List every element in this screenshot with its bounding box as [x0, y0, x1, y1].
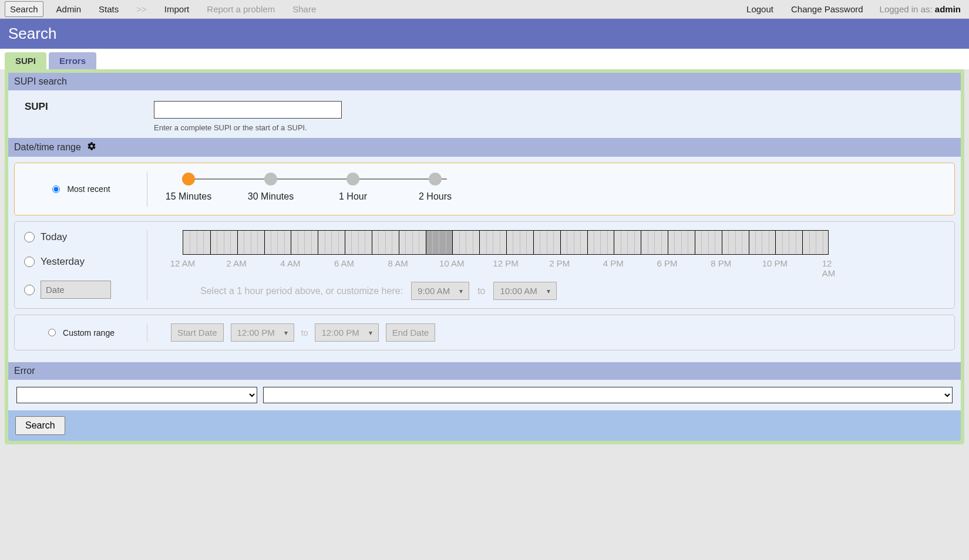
slider-node[interactable]	[346, 173, 359, 185]
error-body	[8, 380, 961, 410]
footer-bar: Search	[8, 410, 961, 441]
supi-hint: Enter a complete SUPI or the start of a …	[154, 123, 342, 132]
section-header-supi: SUPI search	[8, 73, 961, 90]
menu-item-import[interactable]: Import	[160, 2, 194, 16]
time-from-select[interactable]: 9:00 AM ▾	[411, 282, 469, 300]
menu-item--: >>	[132, 2, 152, 16]
time-to-select[interactable]: 10:00 AM ▾	[493, 282, 556, 300]
custom-start-date[interactable]: Start Date	[171, 323, 224, 342]
radio-today[interactable]	[24, 232, 35, 242]
timeline-hour-label: 2 AM	[227, 258, 247, 268]
option-most-recent: Most recent 15 Minutes30 Minutes1 Hour2 …	[14, 163, 955, 215]
slider-label: 2 Hours	[419, 191, 452, 202]
page-header: Search	[0, 19, 969, 49]
custom-to-time[interactable]: 12:00 PM ▾	[315, 323, 378, 342]
custom-label: Custom range	[63, 328, 115, 338]
page-title: Search	[8, 25, 56, 42]
supi-search-body: SUPI Enter a complete SUPI or the start …	[8, 90, 961, 138]
slider-label: 15 Minutes	[166, 191, 211, 202]
main-panel-inner: SUPI search SUPI Enter a complete SUPI o…	[8, 73, 961, 441]
timeline-hour-label: 6 AM	[334, 258, 354, 268]
to-label: to	[301, 328, 308, 338]
timeline-labels: 12 AM2 AM4 AM6 AM8 AM10 AM12 PM2 PM4 PM6…	[183, 258, 829, 271]
supi-input[interactable]	[154, 101, 342, 119]
error-select-value[interactable]	[263, 387, 953, 403]
most-recent-slider[interactable]: 15 Minutes30 Minutes1 Hour2 Hours	[171, 171, 945, 207]
main-panel: SUPI search SUPI Enter a complete SUPI o…	[5, 69, 964, 444]
chevron-down-icon: ▾	[284, 329, 288, 337]
timeline-hour-label: 12 PM	[493, 258, 518, 268]
custom-end-date[interactable]: End Date	[386, 323, 436, 342]
radio-yesterday[interactable]	[24, 257, 35, 267]
radio-date[interactable]	[24, 285, 35, 295]
option-day: Today Yesterday 12 AM2 AM4 AM6 AM8 AM10	[14, 221, 955, 309]
timeline-hour-label: 4 AM	[280, 258, 300, 268]
slider-node[interactable]	[182, 173, 195, 185]
slider-node[interactable]	[429, 173, 442, 185]
tab-strip: SUPIErrors	[0, 49, 969, 69]
tab-supi[interactable]: SUPI	[5, 52, 46, 69]
timeline[interactable]	[183, 230, 829, 255]
timeline-hour-label: 8 PM	[711, 258, 731, 268]
menu-item-stats[interactable]: Stats	[94, 2, 123, 16]
custom-from-time[interactable]: 12:00 PM ▾	[231, 323, 294, 342]
timeline-hour-label: 12 AM	[822, 258, 836, 278]
error-select-type[interactable]	[16, 387, 257, 403]
slider-label: 1 Hour	[339, 191, 367, 202]
yesterday-label: Yesterday	[41, 256, 85, 268]
section-header-error: Error	[8, 362, 961, 380]
section-header-datetime: Date/time range	[8, 138, 961, 157]
today-label: Today	[41, 231, 67, 243]
timeline-hour-label: 4 PM	[603, 258, 624, 268]
menu-item-share: Share	[288, 2, 321, 16]
login-status: Logged in as: admin	[876, 2, 964, 16]
tab-errors[interactable]: Errors	[49, 52, 96, 69]
most-recent-label: Most recent	[67, 184, 110, 194]
slider-node[interactable]	[264, 173, 277, 185]
datetime-options: Most recent 15 Minutes30 Minutes1 Hour2 …	[8, 157, 961, 362]
supi-field-label: SUPI	[25, 101, 136, 113]
chevron-down-icon: ▾	[547, 287, 550, 295]
gear-icon[interactable]	[87, 141, 96, 153]
menu-item-search[interactable]: Search	[5, 1, 43, 17]
radio-custom[interactable]	[48, 329, 56, 336]
menu-item-report-a-problem: Report a problem	[202, 2, 280, 16]
timeline-hour-label: 10 PM	[762, 258, 788, 268]
chevron-down-icon: ▾	[459, 287, 463, 295]
menu-item-admin[interactable]: Admin	[52, 2, 86, 16]
menu-item-change-password[interactable]: Change Password	[786, 2, 868, 16]
date-input[interactable]	[41, 281, 111, 299]
timeline-instruction: Select a 1 hour period above, or customi…	[200, 286, 403, 296]
menu-item-logout[interactable]: Logout	[742, 2, 778, 16]
to-label: to	[477, 286, 485, 296]
timeline-hour-label: 6 PM	[657, 258, 677, 268]
timeline-hour-label: 8 AM	[388, 258, 408, 268]
timeline-hour-label: 10 AM	[439, 258, 465, 268]
chevron-down-icon: ▾	[369, 329, 372, 337]
timeline-hour-label: 12 AM	[170, 258, 196, 268]
radio-most-recent[interactable]	[52, 185, 60, 193]
search-button[interactable]: Search	[15, 416, 65, 435]
option-custom: Custom range Start Date 12:00 PM ▾ to 12…	[14, 315, 955, 350]
timeline-hour-label: 2 PM	[549, 258, 570, 268]
top-menu-bar: SearchAdminStats>>ImportReport a problem…	[0, 0, 969, 19]
slider-label: 30 Minutes	[248, 191, 294, 202]
